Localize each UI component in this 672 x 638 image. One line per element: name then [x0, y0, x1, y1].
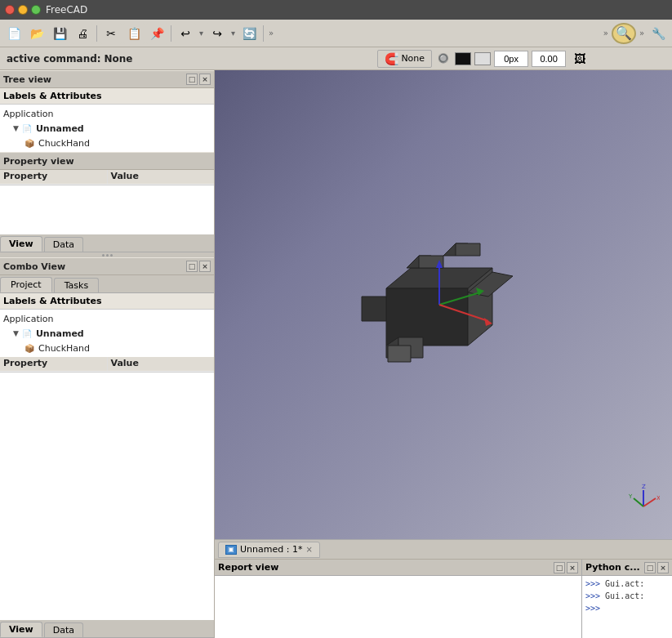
- snap-label: None: [401, 53, 425, 64]
- snap-toggle-button[interactable]: 🔘: [435, 51, 452, 67]
- toolbar-overflow-right-icon[interactable]: »: [602, 27, 610, 39]
- tree-unnamed-label: Unnamed: [36, 123, 84, 134]
- command-bar: active command: None 🧲 None 🔘 🖼: [0, 47, 672, 70]
- property-view-title: Property view: [3, 156, 74, 167]
- svg-marker-6: [456, 243, 480, 256]
- undo-more-icon[interactable]: ▾: [198, 27, 205, 39]
- combo-tab-tasks[interactable]: Tasks: [54, 278, 99, 292]
- cmd-right-controls: 🧲 None 🔘 🖼: [377, 48, 590, 69]
- python-float-button[interactable]: □: [644, 562, 656, 573]
- combo-view-close-button[interactable]: ×: [199, 261, 211, 272]
- maximize-button[interactable]: [31, 5, 41, 15]
- combo-view-header-buttons[interactable]: □ ×: [186, 261, 211, 272]
- tree-item-application: Application: [0, 106, 214, 121]
- toolbar-separator-3: [263, 25, 264, 42]
- combo-property-empty: [0, 373, 214, 620]
- python-console-section: Python c... □ × >>> Gui.act: >>> Gui.act…: [582, 560, 672, 638]
- tab-view[interactable]: View: [0, 236, 42, 252]
- combo-tree-area: Labels & Attributes Application ▼ 📄 Unna…: [0, 293, 214, 357]
- cut-button[interactable]: ✂: [100, 23, 122, 44]
- foreground-color-picker[interactable]: [455, 52, 471, 65]
- report-header-buttons[interactable]: □ ×: [554, 562, 578, 573]
- redo-more-icon[interactable]: ▾: [229, 27, 237, 39]
- combo-value-col-header: Value: [108, 357, 215, 371]
- print-button[interactable]: 🖨: [72, 23, 93, 44]
- combo-tree-arrow-unnamed: ▼: [13, 329, 19, 337]
- save-button[interactable]: 💾: [49, 23, 70, 44]
- copy-button[interactable]: 📋: [123, 23, 145, 44]
- combo-tab-data[interactable]: Data: [44, 622, 83, 637]
- viewport-tab-close-button[interactable]: ×: [305, 545, 312, 554]
- report-view-float-button[interactable]: □: [554, 562, 565, 573]
- viewport-tabs: ▣ Unnamed : 1* ×: [215, 539, 672, 559]
- toolbar-overflow-icon[interactable]: »: [267, 27, 275, 39]
- 3d-viewport[interactable]: Z X Y: [215, 70, 672, 539]
- tree-icon-chuckhand: 📦: [23, 137, 36, 149]
- tree-item-chuckhand[interactable]: 📦 ChuckHand: [0, 136, 214, 150]
- report-view-header: Report view □ ×: [215, 560, 581, 576]
- python-line-2: >>> Gui.act:: [585, 590, 669, 602]
- property-view-section: Property view Property Value View Data: [0, 152, 214, 252]
- paste-button[interactable]: 📌: [146, 23, 167, 44]
- refresh-button[interactable]: 🔄: [238, 23, 260, 44]
- snap-button[interactable]: 🧲 None: [377, 50, 432, 68]
- search-button[interactable]: 🔍: [612, 23, 636, 44]
- toolbar-separator-1: [96, 25, 97, 42]
- combo-tree-items: Application ▼ 📄 Unnamed 📦 ChuckHand: [0, 310, 214, 357]
- tree-view-header-buttons[interactable]: □ ×: [186, 74, 211, 85]
- tree-view-header: Tree view □ ×: [0, 70, 214, 88]
- cmd-action-button[interactable]: 🖼: [569, 48, 590, 69]
- window-controls[interactable]: [5, 5, 41, 15]
- titlebar: FreeCAD: [0, 0, 672, 20]
- new-button[interactable]: 📄: [3, 23, 24, 44]
- minimize-button[interactable]: [18, 5, 28, 15]
- property-table: Property Value: [0, 170, 214, 185]
- combo-tab-view[interactable]: View: [0, 622, 42, 637]
- tree-item-unnamed[interactable]: ▼ 📄 Unnamed: [0, 121, 214, 136]
- viewport-area: Z X Y ▣ Unnamed : 1* × Report view □: [215, 70, 672, 638]
- tree-view-float-button[interactable]: □: [186, 74, 198, 85]
- python-content[interactable]: >>> Gui.act: >>> Gui.act: >>>: [582, 576, 672, 638]
- tree-items: Application ▼ 📄 Unnamed 📦 ChuckHand: [0, 105, 214, 152]
- combo-view-title: Combo View: [3, 261, 65, 272]
- axes-indicator-svg: Z X Y: [627, 482, 660, 515]
- tree-labels-bar: Labels & Attributes: [0, 88, 214, 105]
- open-button[interactable]: 📂: [26, 23, 47, 44]
- python-close-button[interactable]: ×: [657, 562, 669, 573]
- tree-arrow-unnamed: ▼: [13, 124, 19, 132]
- python-header-buttons[interactable]: □ ×: [644, 562, 669, 573]
- tree-view-close-button[interactable]: ×: [199, 74, 211, 85]
- combo-tree-item-application: Application: [0, 311, 214, 326]
- viewport-tab-unnamed[interactable]: ▣ Unnamed : 1* ×: [218, 542, 320, 558]
- tab-data[interactable]: Data: [44, 237, 83, 252]
- svg-text:X: X: [656, 495, 660, 502]
- viewport-tab-icon: ▣: [225, 545, 237, 555]
- combo-tree-icon-chuckhand: 📦: [23, 342, 36, 354]
- tree-chuckhand-label: ChuckHand: [38, 138, 90, 149]
- combo-view-header: Combo View □ ×: [0, 257, 214, 275]
- background-color-picker[interactable]: [474, 52, 491, 65]
- redo-button[interactable]: ↪: [207, 23, 228, 44]
- width-input[interactable]: [494, 51, 528, 67]
- svg-marker-11: [388, 346, 411, 362]
- combo-tab-project[interactable]: Project: [0, 277, 52, 292]
- settings-button[interactable]: 🔧: [648, 23, 669, 44]
- app-title: FreeCAD: [46, 4, 87, 16]
- value-col-header: Value: [108, 170, 215, 184]
- combo-tree-item-unnamed[interactable]: ▼ 📄 Unnamed: [0, 326, 214, 341]
- close-button[interactable]: [5, 5, 15, 15]
- toolbar-overflow-right2-icon[interactable]: »: [638, 27, 646, 39]
- combo-content: Labels & Attributes Application ▼ 📄 Unna…: [0, 293, 214, 638]
- combo-view-float-button[interactable]: □: [186, 261, 198, 272]
- combo-view-section: Combo View □ × Project Tasks Labels & At…: [0, 257, 214, 638]
- tree-view-section: Tree view □ × Labels & Attributes Applic…: [0, 70, 214, 152]
- report-view-section: Report view □ ×: [215, 560, 582, 638]
- undo-button[interactable]: ↩: [175, 23, 196, 44]
- report-view-close-button[interactable]: ×: [567, 562, 578, 573]
- height-input[interactable]: [532, 51, 566, 67]
- tree-view-title: Tree view: [3, 74, 51, 85]
- report-view-title: Report view: [218, 562, 278, 573]
- combo-labels-title: Labels & Attributes: [3, 296, 102, 306]
- svg-marker-7: [362, 297, 386, 321]
- combo-tree-item-chuckhand[interactable]: 📦 ChuckHand: [0, 341, 214, 355]
